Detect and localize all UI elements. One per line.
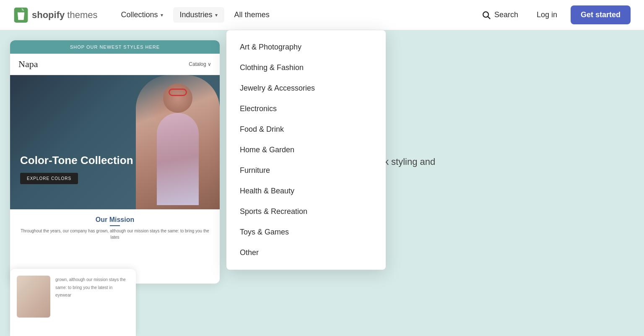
navbar: shopify themes Collections ▾ Industries … bbox=[0, 0, 644, 30]
collections-chevron-icon: ▾ bbox=[161, 12, 163, 18]
dropdown-item-food[interactable]: Food & Drink bbox=[226, 119, 386, 140]
left-panel: SHOP OUR NEWEST STYLES HERE Napa Catalog… bbox=[0, 30, 235, 336]
all-themes-nav-item[interactable]: All themes bbox=[228, 7, 276, 23]
search-icon bbox=[482, 10, 491, 20]
nav-right: Search Log in Get started bbox=[477, 5, 631, 24]
dropdown-item-home[interactable]: Home & Garden bbox=[226, 140, 386, 160]
search-label: Search bbox=[494, 10, 518, 19]
preview-store-name: Napa bbox=[18, 59, 38, 70]
preview-nav-right: Catalog ∨ bbox=[189, 61, 211, 67]
svg-point-1 bbox=[483, 12, 488, 17]
preview-mission-title: Our Mission bbox=[20, 216, 210, 224]
dropdown-item-electronics[interactable]: Electronics bbox=[226, 99, 386, 119]
logo-link[interactable]: shopify themes bbox=[13, 8, 98, 23]
preview-header-text: SHOP OUR NEWEST STYLES HERE bbox=[70, 44, 160, 49]
preview-header: SHOP OUR NEWEST STYLES HERE bbox=[10, 40, 220, 54]
second-preview-card: grown, although our mission stays the sa… bbox=[10, 269, 136, 336]
dropdown-item-art[interactable]: Art & Photography bbox=[226, 37, 386, 57]
nav-links: Collections ▾ Industries ▾ All themes bbox=[114, 7, 477, 23]
dropdown-item-health[interactable]: Health & Beauty bbox=[226, 181, 386, 201]
hero-overlay-text: Color-Tone Collection EXPLORE COLORS bbox=[20, 154, 133, 184]
second-preview-content: grown, although our mission stays the sa… bbox=[10, 269, 136, 324]
industries-nav-item[interactable]: Industries ▾ bbox=[173, 7, 224, 23]
dropdown-item-clothing[interactable]: Clothing & Fashion bbox=[226, 57, 386, 78]
industries-label: Industries bbox=[180, 10, 213, 19]
search-button[interactable]: Search bbox=[477, 7, 523, 23]
login-button[interactable]: Log in bbox=[530, 7, 564, 23]
industries-chevron-icon: ▾ bbox=[215, 12, 218, 18]
hero-explore-button[interactable]: EXPLORE COLORS bbox=[20, 173, 78, 184]
svg-line-2 bbox=[488, 16, 491, 18]
second-preview-image bbox=[17, 276, 50, 318]
hero-title: Color-Tone Collection bbox=[20, 154, 133, 168]
preview-hero: Color-Tone Collection EXPLORE COLORS bbox=[10, 75, 220, 209]
industries-dropdown: Art & Photography Clothing & Fashion Jew… bbox=[226, 30, 386, 270]
dropdown-item-furniture[interactable]: Furniture bbox=[226, 160, 386, 181]
dropdown-item-other[interactable]: Other bbox=[226, 242, 386, 263]
login-label: Log in bbox=[537, 10, 557, 19]
theme-preview-card: SHOP OUR NEWEST STYLES HERE Napa Catalog… bbox=[10, 40, 220, 284]
second-text-line-1: grown, although our mission stays the bbox=[55, 276, 129, 284]
shopify-bag-icon bbox=[13, 8, 29, 23]
preview-mission-text: Throughout the years, our company has gr… bbox=[20, 228, 210, 240]
second-text-line-2: same: to bring you the latest in eyewear bbox=[55, 284, 129, 299]
logo-text: shopify themes bbox=[32, 10, 98, 21]
dropdown-item-sports[interactable]: Sports & Recreation bbox=[226, 201, 386, 222]
hero-model-image bbox=[136, 75, 220, 209]
dropdown-item-jewelry[interactable]: Jewelry & Accessories bbox=[226, 78, 386, 99]
get-started-button[interactable]: Get started bbox=[571, 5, 631, 24]
all-themes-label: All themes bbox=[234, 10, 270, 19]
preview-divider bbox=[110, 225, 120, 226]
preview-mission-section: Our Mission Throughout the years, our co… bbox=[10, 209, 220, 247]
collections-nav-item[interactable]: Collections ▾ bbox=[114, 7, 170, 23]
dropdown-item-toys[interactable]: Toys & Games bbox=[226, 222, 386, 242]
collections-label: Collections bbox=[121, 10, 158, 19]
second-preview-text-area: grown, although our mission stays the sa… bbox=[55, 276, 129, 318]
preview-nav: Napa Catalog ∨ bbox=[10, 54, 220, 75]
